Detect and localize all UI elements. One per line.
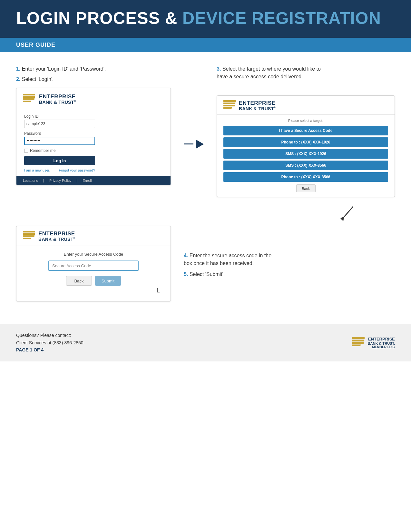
footer-enroll-link[interactable]: Enroll xyxy=(83,179,92,182)
sac-logo-area: ENTERPRISE BANK & TRUST® xyxy=(16,226,171,245)
bottom-row: ENTERPRISE BANK & TRUST® Enter your Secu… xyxy=(16,226,395,301)
svg-rect-16 xyxy=(352,342,364,344)
top-steps-row: 1. Enter your 'Login ID' and 'Password'.… xyxy=(16,65,395,197)
footer-questions: Questions? Please contact: xyxy=(16,332,83,339)
subheader-bar: USER GUIDE xyxy=(0,38,411,52)
svg-rect-12 xyxy=(23,235,34,237)
bank-logo-icon xyxy=(23,94,35,105)
svg-rect-3 xyxy=(23,101,31,102)
svg-rect-15 xyxy=(352,340,364,341)
diagonal-arrow-svg xyxy=(337,203,356,223)
remember-label: Remember me xyxy=(30,148,55,153)
page-title: LOGIN PROCESS & DEVICE REGISTRATION xyxy=(16,9,395,27)
svg-rect-0 xyxy=(23,94,35,95)
footer-page-num: PAGE 1 OF 4 xyxy=(16,346,83,353)
footer-contact: Client Services at (833) 896-2850 xyxy=(16,339,83,346)
footer-privacy-link[interactable]: Privacy Policy xyxy=(49,179,71,182)
svg-rect-11 xyxy=(23,233,35,235)
diagonal-arrow-area xyxy=(16,203,395,223)
new-user-link[interactable]: I am a new user. xyxy=(24,168,50,172)
sac-buttons-row: Back Submit xyxy=(26,276,161,286)
svg-rect-4 xyxy=(223,100,236,102)
steps-intro: 1. Enter your 'Login ID' and 'Password'.… xyxy=(16,65,171,83)
footer-contact-info: Questions? Please contact: Client Servic… xyxy=(16,332,83,353)
footer-logo-icon xyxy=(352,337,365,348)
svg-rect-14 xyxy=(352,337,365,339)
login-button[interactable]: Log In xyxy=(24,156,95,165)
title-static-part: LOGIN PROCESS & xyxy=(16,9,177,27)
target-logo-area: ENTERPRISE BANK & TRUST® xyxy=(217,96,395,115)
secure-access-code-button[interactable]: I have a Secure Access Code xyxy=(223,126,388,135)
login-form-area: Login ID Password Remember me Log In I a… xyxy=(16,109,171,172)
sac-instruction: Enter your Secure Access Code xyxy=(26,252,161,257)
user-guide-label: USER GUIDE xyxy=(16,42,55,48)
login-logo-area: ENTERPRISE BANK & TRUST® xyxy=(16,88,171,109)
page-footer: Questions? Please contact: Client Servic… xyxy=(0,324,411,361)
remember-checkbox[interactable] xyxy=(24,149,28,153)
step-5-text: 5. Select 'Submit'. xyxy=(184,271,395,278)
sac-form-area: Enter your Secure Access Code Back Submi… xyxy=(16,245,171,301)
target-bank-logo-icon xyxy=(223,100,236,111)
svg-rect-1 xyxy=(23,96,35,98)
svg-rect-5 xyxy=(223,103,235,104)
main-content: 1. Enter your 'Login ID' and 'Password'.… xyxy=(0,52,411,311)
svg-rect-7 xyxy=(223,107,232,109)
target-back-button[interactable]: Back xyxy=(296,184,316,192)
login-browser-box: ENTERPRISE BANK & TRUST® Login ID Passwo… xyxy=(16,88,171,185)
cursor-icon: ⮤ xyxy=(156,288,161,293)
step-3-text: 3. Select the target to where you would … xyxy=(217,65,395,81)
sac-browser-box: ENTERPRISE BANK & TRUST® Enter your Secu… xyxy=(16,226,171,301)
step-1-text: 1. Enter your 'Login ID' and 'Password'. xyxy=(16,65,171,73)
please-select-text: Please select a target: xyxy=(223,119,388,123)
svg-marker-9 xyxy=(340,217,344,221)
forgot-password-link[interactable]: Forgot your password? xyxy=(59,168,95,172)
phone-8566-button[interactable]: Phone to : (XXX) XXX-8566 xyxy=(223,172,388,182)
svg-rect-13 xyxy=(23,238,31,239)
sms-8566-button[interactable]: SMS : (XXX) XXX-8566 xyxy=(223,161,388,170)
arrow-line xyxy=(184,143,193,144)
svg-rect-2 xyxy=(23,98,34,100)
password-input[interactable] xyxy=(24,137,95,145)
footer-locations-link[interactable]: Locations xyxy=(23,179,38,182)
sac-bank-logo-icon xyxy=(23,231,35,242)
svg-rect-17 xyxy=(352,344,361,346)
right-column: 3. Select the target to where you would … xyxy=(217,65,395,197)
step-4-text: 4. Enter the secure access code in the b… xyxy=(184,252,395,267)
left-column: 1. Enter your 'Login ID' and 'Password'.… xyxy=(16,65,171,197)
arrow-head xyxy=(196,140,204,149)
password-label: Password xyxy=(24,131,163,136)
page-header: LOGIN PROCESS & DEVICE REGISTRATION xyxy=(0,0,411,38)
target-form-area: Please select a target: I have a Secure … xyxy=(217,115,395,197)
sac-back-button[interactable]: Back xyxy=(66,276,92,286)
svg-rect-10 xyxy=(23,231,35,232)
sac-bank-logo-text: ENTERPRISE BANK & TRUST® xyxy=(38,231,75,242)
bottom-left-col: ENTERPRISE BANK & TRUST® Enter your Secu… xyxy=(16,226,171,301)
sms-1926-button[interactable]: SMS : (XXX) XXX-1926 xyxy=(223,149,388,159)
login-links-row: I am a new user. Forgot your password? xyxy=(24,168,95,172)
login-browser-footer: Locations | Privacy Policy | Enroll xyxy=(16,176,171,185)
target-selection-box: ENTERPRISE BANK & TRUST® Please select a… xyxy=(217,95,395,197)
login-id-input[interactable] xyxy=(24,120,95,128)
remember-me-row: Remember me xyxy=(24,148,163,153)
footer-logo-text: ENTERPRISE BANK & TRUST. MEMBER FDIC xyxy=(368,337,395,349)
title-blue-part: DEVICE REGISTRATION xyxy=(182,9,381,27)
bank-logo-text: ENTERPRISE BANK & TRUST® xyxy=(39,94,76,105)
login-id-label: Login ID xyxy=(24,114,163,119)
sac-submit-button[interactable]: Submit xyxy=(95,276,121,286)
step-2-text: 2. Select 'Login'. xyxy=(16,75,171,83)
footer-logo-area: ENTERPRISE BANK & TRUST. MEMBER FDIC xyxy=(352,337,395,349)
svg-rect-6 xyxy=(223,105,235,106)
right-arrow-area xyxy=(184,65,204,197)
phone-1926-button[interactable]: Phone to : (XXX) XXX-1926 xyxy=(223,137,388,147)
target-bank-logo-text: ENTERPRISE BANK & TRUST® xyxy=(239,100,276,111)
bottom-right-col: 4. Enter the secure access code in the b… xyxy=(184,226,395,301)
sac-input-field[interactable] xyxy=(48,261,139,271)
